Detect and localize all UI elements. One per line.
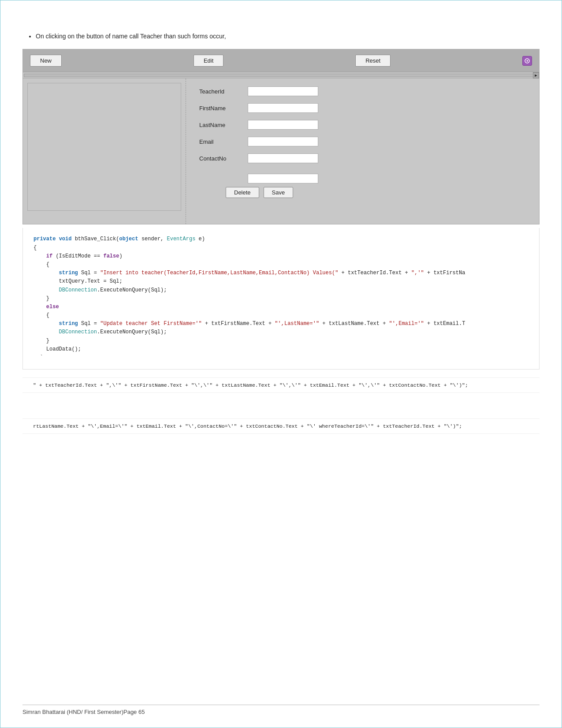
input-teacherid[interactable] (248, 86, 318, 96)
form-right-panel: TeacherId FirstName LastName Email Conta (186, 78, 539, 224)
label-teacherid: TeacherId (199, 88, 248, 95)
page: On clicking on the button of name call T… (0, 0, 562, 728)
code-line-13: } (33, 337, 529, 345)
label-contactno: ContactNo (199, 155, 248, 162)
input-lastname[interactable] (248, 120, 318, 130)
field-row-contactno: ContactNo (199, 153, 526, 163)
code-line-11: string Sql = "Update teacher Set FirstNa… (33, 320, 529, 328)
page-footer: Simran Bhattarai (HND/ First Semester)Pa… (22, 705, 540, 715)
field-row-lastname: LastName (199, 120, 526, 130)
code-line-8: } (33, 295, 529, 303)
code-section: private void bthSave_Click(object sender… (22, 228, 540, 370)
footer-text: Simran Bhattarai (HND/ First Semester)Pa… (22, 709, 145, 715)
bullet-section: On clicking on the button of name call T… (22, 31, 540, 41)
label-lastname: LastName (199, 122, 248, 128)
label-firstname: FirstName (199, 105, 248, 112)
code-line-5: string Sql = "Insert into teacher(Teache… (33, 269, 529, 277)
field-row-teacherid: TeacherId (199, 86, 526, 96)
reset-button[interactable]: Reset (355, 55, 391, 67)
input-firstname[interactable] (248, 103, 318, 113)
save-button[interactable]: Save (264, 187, 294, 198)
code-line-1: private void bthSave_Click(object sender… (33, 235, 529, 243)
form-toolbar: New Edit Reset (23, 49, 539, 72)
code-line-6: txtQuery.Text = Sql; (33, 277, 529, 286)
scroll-track[interactable] (24, 74, 538, 77)
code-line-10: { (33, 311, 529, 320)
code-line-12: DBConnection.ExecuteNonQuery(Sql); (33, 328, 529, 336)
input-extra[interactable] (248, 174, 318, 183)
code-line-15: ` (33, 354, 529, 362)
code-long-1: " + txtTeacherId.Text + ",\'" + txtFirst… (22, 377, 540, 393)
code-line-4: { (33, 261, 529, 269)
form-bottom-area: Delete Save (199, 174, 526, 198)
code-line-3: if (IsEditMode == false) (33, 252, 529, 261)
scroll-bar-row: ► (23, 72, 539, 78)
code-line-2: { (33, 244, 529, 252)
form-left-panel (23, 78, 186, 224)
form-body: TeacherId FirstName LastName Email Conta (23, 78, 539, 224)
new-button[interactable]: New (30, 55, 62, 67)
form-window: New Edit Reset ► (22, 49, 540, 224)
form-action-row: Delete Save (226, 187, 293, 198)
field-row-email: Email (199, 137, 526, 146)
input-contactno[interactable] (248, 153, 318, 163)
scroll-right-arrow[interactable]: ► (533, 72, 539, 78)
delete-button[interactable]: Delete (226, 187, 259, 198)
label-email: Email (199, 138, 248, 145)
input-email[interactable] (248, 137, 318, 146)
go-icon[interactable] (522, 56, 532, 66)
code-line-14: LoadData(); (33, 345, 529, 354)
bullet-text: On clicking on the button of name call T… (36, 31, 540, 41)
datagrid (27, 83, 181, 211)
code-long-2: rtLastName.Text + "\',Email=\'" + txtEma… (22, 418, 540, 434)
code-line-7: DBConnection.ExecuteNonQuery(Sql); (33, 286, 529, 295)
edit-button[interactable]: Edit (194, 55, 223, 67)
code-line-9: else (33, 303, 529, 311)
field-row-firstname: FirstName (199, 103, 526, 113)
